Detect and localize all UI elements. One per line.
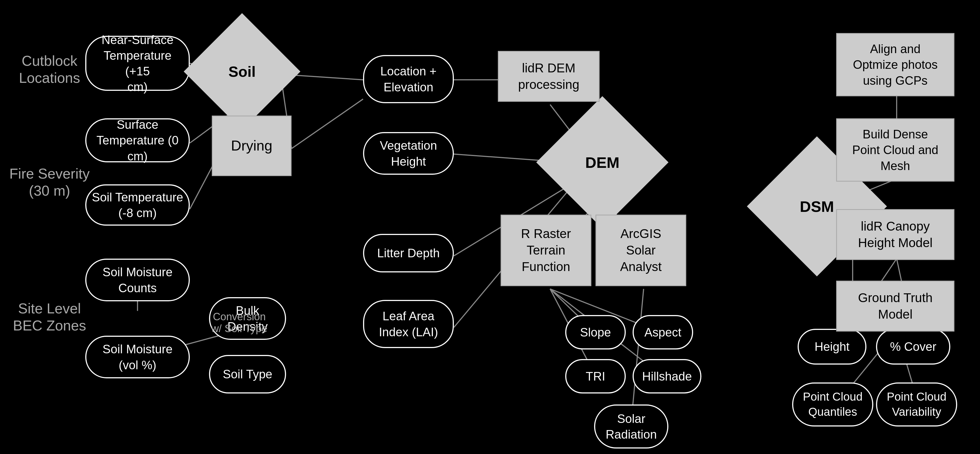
surface-temp-node: SurfaceTemperature (0 cm)	[85, 118, 190, 162]
svg-line-6	[291, 99, 363, 148]
lidr-canopy-height-node: lidR CanopyHeight Model	[836, 209, 955, 260]
pct-cover-oval-node: % Cover	[876, 329, 950, 365]
conversion-label: Conversionw/ Soil Type	[201, 311, 278, 335]
arcgis-solar-analyst-node: ArcGISSolarAnalyst	[595, 215, 686, 286]
point-cloud-variability-node: Point CloudVariability	[876, 382, 957, 427]
soil-moisture-counts-node: Soil MoistureCounts	[85, 259, 190, 301]
label-cutblock-locations: Cutblock Locations	[14, 52, 85, 87]
litter-depth-node: Litter Depth	[363, 234, 454, 272]
diagram: Cutblock Locations Fire Severity (30 m) …	[0, 0, 980, 454]
align-optimize-node: Align andOptmize photosusing GCPs	[836, 33, 955, 96]
lidr-dem-processing-node: lidR DEMprocessing	[498, 51, 600, 102]
label-site-level-bec: Site Level BEC Zones	[8, 300, 91, 334]
aspect-node: Aspect	[633, 315, 693, 349]
soil-diamond-node: Soil	[201, 30, 283, 113]
dem-diamond-node: DEM	[555, 116, 649, 209]
solar-radiation-node: SolarRadiation	[594, 405, 668, 449]
soil-type-oval-node: Soil Type	[209, 355, 286, 393]
build-dense-point-cloud-node: Build DensePoint Cloud andMesh	[836, 118, 955, 182]
slope-node: Slope	[565, 315, 626, 349]
near-surface-temp-node: Near-SurfaceTemperature (+15cm)	[85, 36, 190, 91]
vegetation-height-node: VegetationHeight	[363, 132, 454, 175]
soil-temp-node: Soil Temperature(-8 cm)	[85, 184, 190, 226]
soil-moisture-vol-node: Soil Moisture(vol %)	[85, 336, 190, 378]
location-elevation-node: Location +Elevation	[363, 55, 454, 103]
point-cloud-quantiles-node: Point CloudQuantiles	[792, 382, 873, 427]
hillshade-node: Hillshade	[633, 359, 702, 393]
label-fire-severity: Fire Severity (30 m)	[8, 165, 91, 199]
tri-node: TRI	[565, 359, 626, 393]
drying-node: Drying	[212, 116, 291, 176]
r-raster-terrain-node: R RasterTerrainFunction	[501, 215, 591, 286]
height-oval-node: Height	[798, 329, 866, 365]
leaf-area-index-node: Leaf AreaIndex (LAI)	[363, 300, 454, 348]
ground-truth-model-node: Ground TruthModel	[836, 280, 955, 331]
